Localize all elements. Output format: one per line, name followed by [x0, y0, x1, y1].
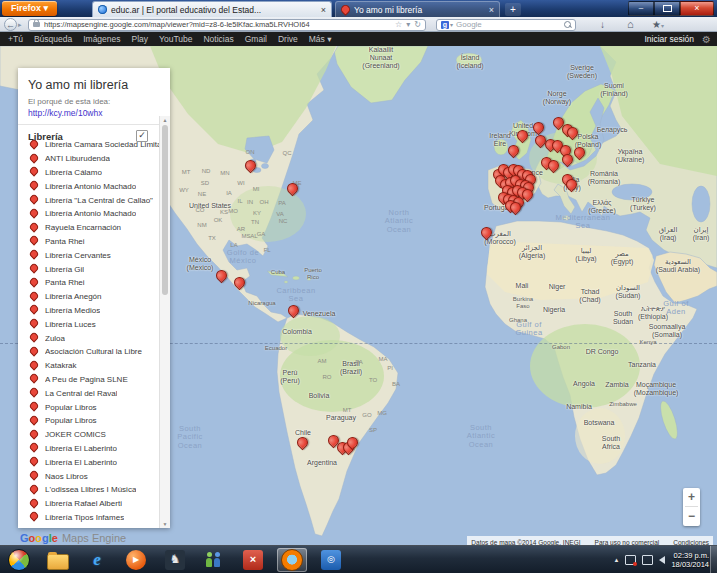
pin-icon: [28, 221, 39, 232]
library-list-item[interactable]: Rayuela Encarnación: [18, 221, 160, 235]
tab-educar[interactable]: educ.ar | El portal educativo del Estad.…: [92, 1, 332, 17]
pin-icon: [28, 359, 39, 370]
scroll-down-icon[interactable]: ▼: [160, 521, 170, 527]
google-bar-links: +TúBúsquedaImágenesPlayYouTubeNoticiasGm…: [0, 34, 644, 44]
url-bar[interactable]: https://mapsengine.google.com/map/viewer…: [28, 19, 426, 31]
pin-icon: [28, 235, 39, 246]
ie-taskbar-button[interactable]: e: [82, 548, 112, 572]
url-dropdown-icon[interactable]: ▾: [406, 20, 410, 29]
map-attribution: Datos de mapa ©2014 Google, INEGI Para u…: [467, 536, 713, 545]
library-list-item[interactable]: Popular Libros: [18, 400, 160, 414]
maximize-button[interactable]: [654, 1, 680, 16]
reload-icon[interactable]: ↻: [414, 20, 421, 29]
search-icon[interactable]: [564, 21, 571, 28]
library-list-item[interactable]: Panta Rhei: [18, 276, 160, 290]
blue-taskbar-button[interactable]: ◎: [316, 548, 346, 572]
home-icon[interactable]: ⌂: [627, 18, 634, 31]
start-taskbar-button[interactable]: [4, 548, 34, 572]
red-taskbar-button[interactable]: ×: [238, 548, 268, 572]
google-bar-link[interactable]: Búsqueda: [34, 34, 72, 44]
library-list-item[interactable]: Librería Anegón: [18, 290, 160, 304]
zoom-in-button[interactable]: +: [683, 488, 700, 506]
library-list-item[interactable]: Librería Cálamo: [18, 166, 160, 180]
google-bar-link[interactable]: Play: [132, 34, 149, 44]
library-list-item[interactable]: Librería "La Central de Callao": [18, 193, 160, 207]
forward-button[interactable]: ▸: [18, 21, 22, 29]
library-name: Librería Gil: [45, 265, 84, 274]
bookmark-star-icon[interactable]: ☆: [395, 20, 402, 29]
library-list-item[interactable]: ANTI Liburudenda: [18, 152, 160, 166]
firefox-taskbar-button[interactable]: [277, 548, 307, 572]
bookmarks-menu-icon[interactable]: ★▾: [652, 18, 664, 33]
media-taskbar-button[interactable]: ▶: [121, 548, 151, 572]
library-list: Libreria Camara Sociedad LimitadaANTI Li…: [18, 138, 160, 526]
tray-app-icon[interactable]: [625, 555, 636, 565]
url-text[interactable]: https://mapsengine.google.com/map/viewer…: [44, 20, 391, 29]
library-list-item[interactable]: Librería El Laberinto: [18, 455, 160, 469]
downloads-icon[interactable]: ↓: [600, 18, 605, 31]
library-list-item[interactable]: Katakrak: [18, 359, 160, 373]
library-name: Panta Rhei: [45, 278, 85, 287]
library-name: Librería "La Central de Callao": [45, 196, 153, 205]
library-list-item[interactable]: Zuloa: [18, 331, 160, 345]
library-list-item[interactable]: Libreria Camara Sociedad Limitada: [18, 138, 160, 152]
scroll-up-icon[interactable]: ▲: [160, 117, 170, 123]
library-list-item[interactable]: Librería Tipos Infames: [18, 511, 160, 525]
dark-taskbar-button[interactable]: ♞: [160, 548, 190, 572]
library-list-item[interactable]: Popular Libros: [18, 414, 160, 428]
library-list-item[interactable]: Librería Antonio Machado: [18, 207, 160, 221]
library-list-item[interactable]: La Central del Raval: [18, 386, 160, 400]
close-button[interactable]: ×: [680, 1, 714, 16]
library-list-item[interactable]: JOKER COMICS: [18, 428, 160, 442]
minimize-button[interactable]: –: [628, 1, 654, 16]
terms-link[interactable]: Condiciones: [673, 539, 709, 546]
library-list-item[interactable]: Librería Medios: [18, 304, 160, 318]
panel-scrollbar[interactable]: ▲ ▼: [159, 116, 170, 528]
google-bar-link[interactable]: Noticias: [203, 34, 233, 44]
library-list-item[interactable]: Librería Cervantes: [18, 248, 160, 262]
library-list-item[interactable]: Asociación Cultural la Libre: [18, 345, 160, 359]
messenger-taskbar-button[interactable]: [199, 548, 229, 572]
google-bar-link[interactable]: Drive: [278, 34, 298, 44]
tab-yo-amo-mi-libreria[interactable]: Yo amo mi librería ×: [335, 1, 500, 17]
pin-icon: [28, 442, 39, 453]
gear-icon[interactable]: ⚙: [702, 34, 711, 45]
sign-in-link[interactable]: Iniciar sesión: [644, 34, 694, 44]
tab-title: educ.ar | El portal educativo del Estad.…: [111, 5, 317, 15]
explorer-taskbar-button[interactable]: [43, 548, 73, 572]
volume-icon[interactable]: [659, 556, 665, 564]
library-name: Librería Medios: [45, 306, 100, 315]
map-description-link[interactable]: http://kcy.me/10whx: [18, 106, 170, 124]
show-desktop-button[interactable]: [710, 546, 717, 573]
back-button[interactable]: ←: [4, 18, 17, 31]
library-list-item[interactable]: Naos Libros: [18, 469, 160, 483]
google-bar-link[interactable]: Imágenes: [83, 34, 120, 44]
library-name: Popular Libros: [45, 403, 97, 412]
library-list-item[interactable]: Panta Rhei: [18, 235, 160, 249]
library-list-item[interactable]: Librería Luces: [18, 317, 160, 331]
library-name: Rayuela Encarnación: [45, 223, 121, 232]
search-placeholder[interactable]: Google: [456, 20, 564, 29]
tab-close-icon[interactable]: ×: [321, 5, 326, 15]
search-box[interactable]: g ▾ Google: [436, 19, 576, 31]
library-list-item[interactable]: Librería Antonio Machado: [18, 179, 160, 193]
tray-clock[interactable]: 02:39 p.m. 18/03/2014: [671, 551, 709, 570]
google-bar-link[interactable]: Más ▾: [309, 34, 332, 44]
library-list-item[interactable]: A Peu de Pagina SLNE: [18, 373, 160, 387]
tab-close-icon[interactable]: ×: [489, 5, 494, 15]
library-list-item[interactable]: Librería Gil: [18, 262, 160, 276]
library-list-item[interactable]: Librería Rafael Alberti: [18, 497, 160, 511]
google-bar-link[interactable]: YouTube: [159, 34, 192, 44]
firefox-menu-button[interactable]: Firefox ▾: [2, 1, 57, 16]
network-icon[interactable]: [642, 555, 653, 565]
zoom-out-button[interactable]: −: [683, 507, 700, 525]
library-list-item[interactable]: L'odissea Llibres I Música: [18, 483, 160, 497]
tray-expand-icon[interactable]: ▲: [614, 557, 620, 563]
search-engine-dropdown-icon[interactable]: ▾: [450, 21, 453, 28]
google-bar-link[interactable]: +Tú: [8, 34, 23, 44]
google-bar-link[interactable]: Gmail: [245, 34, 267, 44]
scrollbar-thumb[interactable]: [162, 125, 168, 295]
library-list-item[interactable]: Librería El Laberinto: [18, 442, 160, 456]
map-canvas[interactable]: United StatesMéxico(Mexico)Golfo deMéxic…: [0, 46, 717, 545]
new-tab-button[interactable]: +: [505, 3, 521, 16]
